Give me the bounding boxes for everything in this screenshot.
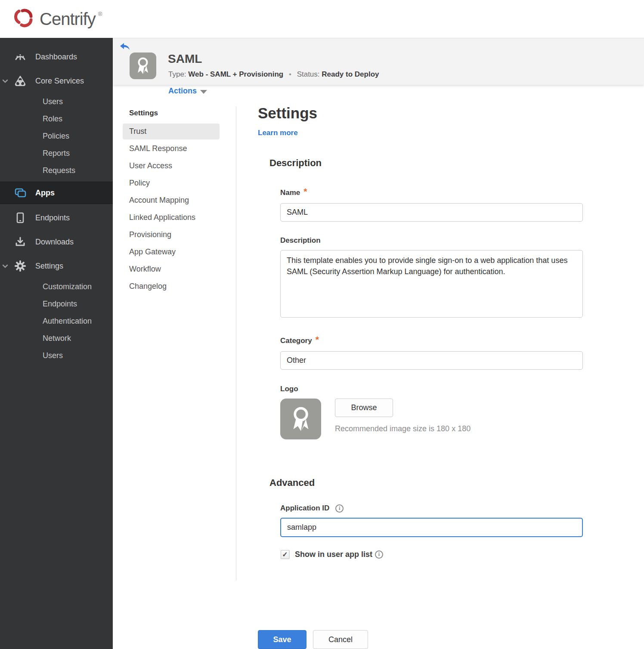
app-title: SAML (168, 52, 202, 66)
description-field[interactable] (280, 250, 583, 318)
actions-dropdown[interactable]: Actions (168, 87, 207, 96)
chevron-down-icon[interactable] (2, 77, 9, 84)
sidebar-sub-label: Customization (43, 282, 92, 291)
type-label: Type: (168, 70, 186, 78)
category-label: Category (280, 337, 312, 345)
sidebar-item-settings-endpoints[interactable]: Endpoints (0, 295, 113, 312)
sidebar-item-label: Apps (35, 189, 55, 198)
sidebar-item-authentication[interactable]: Authentication (0, 312, 113, 330)
sidebar-sub-label: Users (43, 351, 63, 360)
sidebar-item-endpoints[interactable]: Endpoints (0, 206, 113, 230)
learn-more-link[interactable]: Learn more (258, 129, 298, 137)
app-meta: Type: Web - SAML + Provisioning • Status… (168, 70, 379, 79)
app-logo (130, 53, 156, 79)
description-section-heading: Description (269, 158, 585, 169)
back-arrow-icon[interactable] (120, 43, 129, 50)
subnav-label: App Gateway (129, 247, 176, 257)
subnav-label: Policy (129, 179, 150, 188)
core-services-icon (14, 74, 27, 87)
sidebar-sub-label: Roles (43, 114, 62, 124)
sidebar-sub-label: Network (43, 334, 71, 343)
device-icon (14, 211, 27, 224)
subnav-header: Settings (123, 109, 236, 117)
gauge-icon (14, 50, 27, 63)
application-id-field[interactable] (280, 518, 583, 537)
sidebar-sub-label: Users (43, 97, 63, 106)
subnav-label: Account Mapping (129, 196, 189, 205)
sidebar-sub-label: Policies (43, 132, 69, 141)
brand-logo: Centrify ® (13, 7, 104, 31)
subnav-item-linked-applications[interactable]: Linked Applications (123, 210, 220, 226)
cancel-button[interactable]: Cancel (313, 630, 368, 649)
logo-size-hint: Recommended image size is 180 x 180 (335, 424, 471, 433)
subnav-item-policy[interactable]: Policy (123, 175, 220, 191)
sidebar-sub-label: Endpoints (43, 300, 77, 309)
caret-down-icon (200, 90, 207, 94)
sidebar-sub-label: Authentication (43, 317, 92, 326)
name-label: Name (280, 189, 300, 197)
sidebar-item-requests[interactable]: Requests (0, 162, 113, 179)
app-logo-preview (280, 399, 321, 439)
actions-label: Actions (168, 87, 197, 96)
chevron-down-icon[interactable] (2, 263, 9, 269)
required-asterisk: * (303, 186, 307, 197)
category-field[interactable] (280, 351, 583, 370)
sidebar-item-reports[interactable]: Reports (0, 145, 113, 162)
apps-icon (14, 186, 27, 199)
sidebar-item-label: Dashboards (35, 53, 77, 62)
type-value: Web - SAML + Provisioning (188, 70, 283, 78)
subnav-label: Trust (129, 127, 146, 136)
advanced-section-heading: Advanced (269, 477, 585, 488)
logo-label: Logo (280, 385, 298, 393)
sidebar-item-policies[interactable]: Policies (0, 127, 113, 145)
sidebar-item-network[interactable]: Network (0, 330, 113, 347)
subnav-item-trust[interactable]: Trust (123, 124, 220, 139)
sidebar-item-label: Core Services (35, 77, 84, 86)
sidebar-item-apps[interactable]: Apps (0, 182, 113, 204)
description-label: Description (280, 236, 321, 245)
show-in-user-app-list-label: Show in user app list (295, 550, 372, 559)
settings-subnav: Settings Trust SAML Response User Access… (113, 85, 236, 649)
sidebar-item-downloads[interactable]: Downloads (0, 230, 113, 254)
info-icon[interactable]: i (335, 504, 344, 513)
sidebar-item-customization[interactable]: Customization (0, 278, 113, 295)
info-icon[interactable]: i (375, 550, 383, 559)
subnav-label: Linked Applications (129, 213, 195, 222)
subnav-item-provisioning[interactable]: Provisioning (123, 227, 220, 243)
sidebar-item-settings[interactable]: Settings (0, 254, 113, 278)
sidebar-item-label: Settings (35, 262, 63, 271)
browse-button[interactable]: Browse (335, 399, 393, 417)
subnav-item-app-gateway[interactable]: App Gateway (123, 244, 220, 260)
subnav-label: Changelog (129, 282, 167, 291)
sidebar: Dashboards Core Services Users Roles Pol… (0, 38, 113, 649)
registered-mark: ® (98, 11, 102, 17)
subnav-item-saml-response[interactable]: SAML Response (123, 141, 220, 157)
sidebar-item-users[interactable]: Users (0, 93, 113, 110)
app-header: SAML Type: Web - SAML + Provisioning • S… (113, 38, 644, 85)
subnav-item-account-mapping[interactable]: Account Mapping (123, 192, 220, 208)
meta-separator: • (289, 70, 291, 78)
gear-icon (14, 260, 27, 272)
sidebar-sub-label: Requests (43, 166, 75, 175)
sidebar-item-label: Downloads (35, 238, 74, 247)
sidebar-sub-label: Reports (43, 149, 70, 158)
subnav-item-changelog[interactable]: Changelog (123, 278, 220, 294)
subnav-label: SAML Response (129, 144, 187, 153)
status-value: Ready to Deploy (322, 70, 379, 78)
show-in-user-app-list-checkbox[interactable] (281, 550, 290, 559)
sidebar-item-dashboards[interactable]: Dashboards (0, 45, 113, 69)
sidebar-item-label: Endpoints (35, 213, 70, 223)
subnav-label: User Access (129, 161, 172, 170)
sidebar-item-core-services[interactable]: Core Services (0, 69, 113, 93)
page-title: Settings (258, 105, 585, 122)
sidebar-item-settings-users[interactable]: Users (0, 347, 113, 364)
subnav-item-user-access[interactable]: User Access (123, 158, 220, 174)
top-bar: Centrify ® (0, 0, 644, 38)
save-button[interactable]: Save (258, 630, 307, 649)
download-icon (14, 235, 27, 248)
sidebar-item-roles[interactable]: Roles (0, 110, 113, 127)
centrify-swirl-icon (13, 7, 35, 31)
name-field[interactable] (280, 203, 583, 222)
application-id-label: Application ID (280, 504, 329, 513)
subnav-item-workflow[interactable]: Workflow (123, 261, 220, 277)
